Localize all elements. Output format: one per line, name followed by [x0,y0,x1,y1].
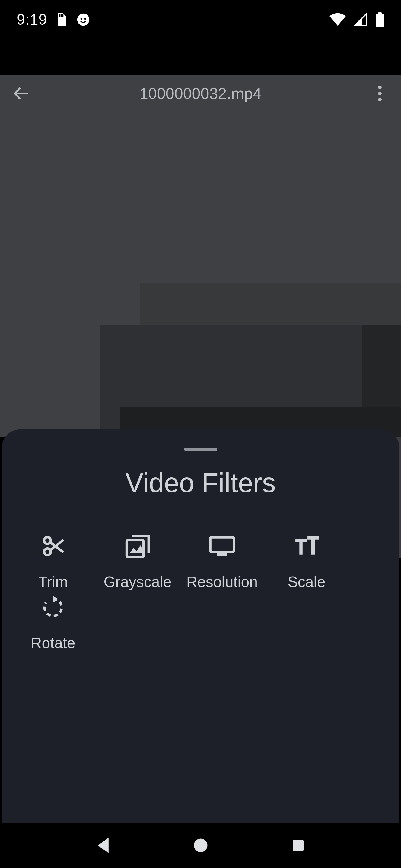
svg-rect-2 [62,14,64,17]
svg-point-8 [378,86,382,89]
svg-rect-17 [217,553,227,556]
svg-point-9 [378,92,382,95]
filter-label: Rotate [31,635,75,652]
svg-point-4 [81,18,82,20]
svg-point-3 [77,13,89,26]
modal-scrim[interactable] [0,75,401,437]
sheet-title: Video Filters [2,467,399,498]
image-stack-icon [124,533,150,560]
video-filters-sheet: Video Filters Trim [2,430,399,833]
filter-label: Scale [288,574,325,590]
nav-back-button[interactable] [91,833,115,858]
svg-rect-16 [210,537,234,552]
rotate-icon [41,596,64,620]
svg-point-18 [194,839,207,852]
svg-point-5 [85,18,86,20]
cell-signal-icon [354,13,367,26]
status-time: 9:19 [17,11,47,28]
face-icon [77,13,90,26]
battery-full-icon [375,12,384,27]
wifi-icon [330,13,346,26]
svg-rect-0 [59,14,60,17]
filter-label: Resolution [187,574,258,590]
app-bar: 1000000032.mp4 [0,75,401,112]
status-bar: 9:19 [0,0,401,39]
system-nav-bar [0,823,401,868]
filter-trim[interactable]: Trim [11,533,95,593]
sheet-drag-handle[interactable] [184,447,217,451]
more-options-button[interactable] [368,82,392,105]
monitor-icon [208,535,236,559]
svg-line-14 [50,540,63,550]
nav-recent-button[interactable] [286,833,310,858]
text-size-icon [294,535,319,558]
svg-rect-19 [293,840,304,851]
back-button[interactable] [9,82,33,105]
svg-line-13 [50,542,63,552]
filter-grayscale[interactable]: Grayscale [95,533,180,593]
filter-label: Grayscale [104,574,171,590]
svg-point-10 [378,98,382,101]
scissors-icon [41,534,65,560]
filter-rotate[interactable]: Rotate [11,594,95,654]
svg-rect-7 [378,12,382,15]
filter-resolution[interactable]: Resolution [180,533,264,593]
app-title: 1000000032.mp4 [33,84,368,102]
filter-scale[interactable]: Scale [264,533,349,593]
nav-home-button[interactable] [189,833,213,858]
svg-rect-6 [376,14,384,27]
svg-rect-1 [61,14,62,17]
sd-card-icon [56,12,68,27]
filter-label: Trim [38,574,68,590]
